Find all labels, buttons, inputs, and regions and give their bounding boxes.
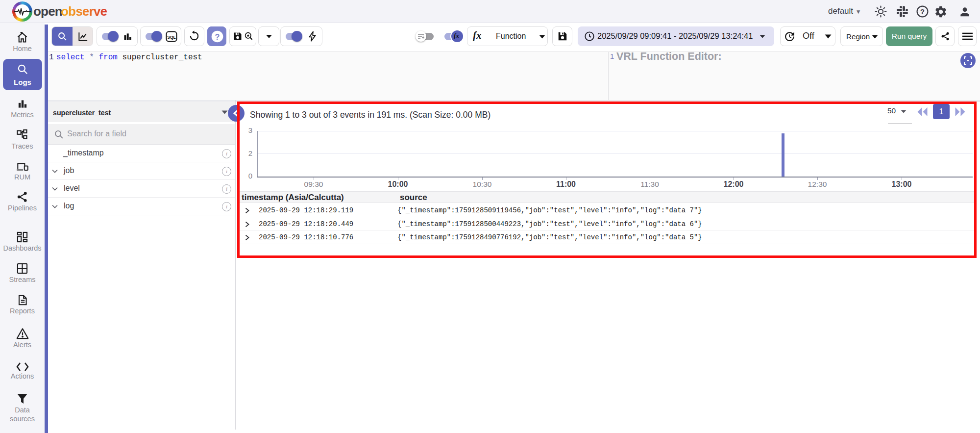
svg-text:SQL: SQL [167,35,175,40]
svg-text:?: ? [215,32,220,41]
svg-text:?: ? [920,8,925,16]
